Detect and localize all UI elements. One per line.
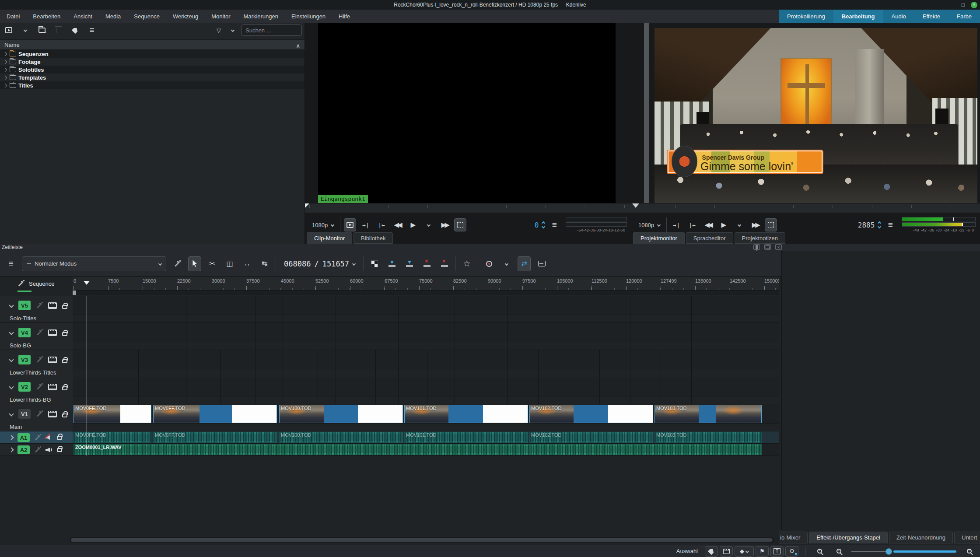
add-clip-button[interactable] [4, 25, 14, 35]
track-header-a2[interactable]: A2 [0, 444, 73, 456]
bin-folder-sequenzen[interactable]: Sequenzen [0, 50, 304, 58]
spacer-tool-button[interactable]: ◫ [223, 256, 236, 271]
tab-projektnotizen[interactable]: Projektnotizen [735, 232, 785, 244]
audio-clip-wav[interactable]: ZOOM0001_LR.WAV [74, 444, 762, 455]
monitor-menu-button[interactable]: ≡ [548, 218, 560, 231]
menu-sequence[interactable]: Sequence [127, 10, 166, 23]
zoom-slider-handle[interactable] [886, 548, 892, 555]
track-badge[interactable]: A2 [18, 445, 30, 454]
project-monitor-video[interactable]: Spencer Davis Group Gimme some lovin' [654, 28, 977, 203]
set-in-point-button[interactable]: →| [670, 218, 682, 231]
lock-icon[interactable] [62, 332, 67, 336]
track-name[interactable]: Solo-BG [10, 342, 31, 350]
zone-chip[interactable] [73, 291, 76, 295]
hide-video-icon[interactable] [48, 411, 57, 417]
expand-icon[interactable] [3, 83, 7, 88]
effects-icon[interactable] [36, 329, 43, 336]
thumbnails-toggle-button[interactable] [720, 546, 733, 557]
expand-icon[interactable] [9, 435, 14, 440]
set-in-point-button[interactable]: →| [360, 218, 372, 231]
forward-button[interactable]: ▶▶ [749, 218, 761, 231]
menu-bearbeiten[interactable]: Bearbeiten [26, 10, 67, 23]
lock-icon[interactable] [57, 436, 62, 440]
track-badge[interactable]: V1 [18, 409, 31, 419]
expand-icon[interactable] [9, 447, 14, 452]
tab-effect-stack[interactable]: Effekt-/Übergangs-Stapel [809, 532, 888, 543]
mixer-toggle-button[interactable]: ⇄ [518, 256, 531, 271]
tag-button[interactable] [70, 25, 80, 35]
collapse-icon[interactable] [9, 411, 14, 416]
track-header-v2[interactable]: V2 LowerThirds-BG [0, 377, 73, 404]
monitor-splitter[interactable] [644, 23, 649, 203]
overwrite-zone-button[interactable] [403, 256, 416, 271]
timecode-spinner[interactable] [542, 222, 545, 228]
timeline-tracks-area[interactable]: MOV0FE.TOD MOV0FF.TOD MOV100.TOD MOV101.… [73, 296, 779, 456]
menu-monitor[interactable]: Monitor [205, 10, 237, 23]
zone-mode-button[interactable] [765, 218, 777, 231]
video-clip[interactable]: MOV100.TOD [279, 405, 403, 423]
close-panel-button[interactable]: × [775, 244, 782, 250]
slip-tool-button[interactable]: ↹ [258, 256, 271, 271]
track-name[interactable]: Main [10, 424, 22, 431]
resolution-select[interactable]: 1080p [309, 218, 336, 231]
audio-clip[interactable]: MOV0FE.TOD [74, 432, 151, 443]
timeline-timecode[interactable]: 068086 / 151657 [280, 259, 359, 268]
lock-icon[interactable] [62, 359, 67, 363]
menu-werkzeug[interactable]: Werkzeug [166, 10, 205, 23]
effects-icon[interactable] [36, 383, 43, 390]
expand-icon[interactable] [3, 52, 7, 56]
workspace-tab-farbe[interactable]: Farbe [948, 10, 980, 23]
audio-clip[interactable]: MOV102.TOD [529, 432, 653, 443]
zone-mode-button[interactable] [454, 218, 466, 231]
track-header-v5[interactable]: V5 Solo-Titles [0, 296, 73, 323]
hide-video-icon[interactable] [48, 384, 57, 390]
track-header-v1[interactable]: V1 Main [0, 404, 73, 431]
effects-icon[interactable] [36, 410, 43, 417]
subtitle-button[interactable] [535, 256, 548, 271]
search-input[interactable] [242, 25, 302, 36]
video-clip[interactable]: MOV103.TOD [654, 405, 762, 423]
selection-tool-button[interactable] [188, 256, 201, 271]
workspace-tab-protokollierung[interactable]: Protokollierung [779, 10, 833, 23]
hide-video-icon[interactable] [48, 329, 57, 336]
float-button[interactable] [764, 244, 771, 250]
video-clip[interactable]: MOV0FF.TOD [153, 405, 277, 423]
audio-clip[interactable]: MOV0FF.TOD [153, 432, 277, 443]
zoom-in-button[interactable]: + [962, 546, 976, 557]
hide-video-icon[interactable] [48, 357, 57, 363]
project-monitor-ruler[interactable] [631, 203, 980, 213]
collapse-icon[interactable] [9, 303, 14, 308]
track-header-v4[interactable]: V4 Solo-BG [0, 323, 73, 350]
track-badge[interactable]: A1 [18, 433, 30, 442]
effects-icon[interactable] [34, 446, 41, 453]
playhead-marker[interactable] [84, 281, 90, 285]
menu-markierungen[interactable]: Markierungen [237, 10, 285, 23]
video-clip[interactable]: MOV101.TOD [404, 405, 528, 423]
menu-hilfe[interactable]: Hilfe [332, 10, 357, 23]
project-monitor-timecode[interactable]: 2885 [858, 221, 875, 229]
tab-bibliothek[interactable]: Bibliothek [354, 232, 393, 244]
track-badge[interactable]: V2 [18, 382, 31, 392]
clip-monitor-video[interactable]: Eingangspunkt [318, 23, 616, 203]
tab-spracheditor[interactable]: Spracheditor [686, 232, 733, 244]
expand-icon[interactable] [3, 75, 7, 80]
extract-zone-button[interactable] [420, 256, 434, 271]
zoom-fit-button[interactable]: ▪ [813, 546, 826, 557]
track-badge[interactable]: V5 [18, 301, 31, 310]
workspace-tab-bearbeitung[interactable]: Bearbeitung [833, 10, 883, 23]
tab-time-remap[interactable]: Zeit-Neuanordnung [889, 532, 953, 543]
lock-icon[interactable] [62, 413, 67, 417]
record-dropdown[interactable] [500, 256, 513, 271]
track-name[interactable]: Solo-Titles [10, 315, 36, 323]
video-clip[interactable]: MOV0FE.TOD [74, 405, 151, 423]
timecode-spinner[interactable] [878, 222, 881, 228]
menu-media[interactable]: Media [99, 10, 127, 23]
track-badge[interactable]: V4 [18, 328, 31, 337]
playhead-line[interactable] [87, 296, 87, 456]
track-header-v3[interactable]: V3 LowerThirds-Titles [0, 350, 73, 377]
expand-icon[interactable] [3, 60, 7, 64]
audio-clip[interactable]: MOV101.TOD [404, 432, 528, 443]
edit-mode-select[interactable]: Normaler Modus [22, 256, 166, 271]
timeline-horizontal-scrollbar[interactable] [70, 537, 774, 543]
effects-icon[interactable] [34, 434, 41, 441]
